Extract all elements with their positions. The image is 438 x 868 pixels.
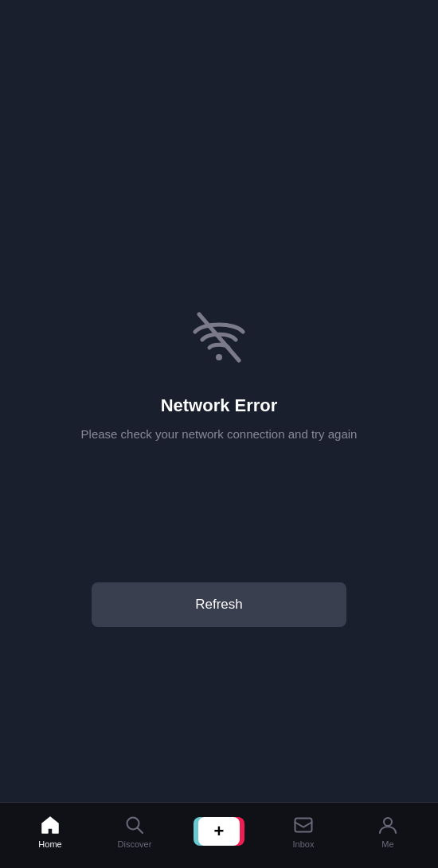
nav-item-home[interactable]: Home	[26, 814, 74, 849]
svg-line-3	[138, 828, 143, 834]
error-title: Network Error	[161, 395, 278, 416]
discover-label: Discover	[118, 839, 152, 849]
create-icon: +	[198, 817, 240, 846]
search-icon	[123, 814, 146, 836]
bottom-nav: Home Discover + Inbox	[0, 802, 438, 868]
main-content: Network Error Please check your network …	[0, 35, 438, 802]
inbox-label: Inbox	[293, 839, 315, 849]
svg-point-5	[384, 818, 392, 826]
error-container: Network Error Please check your network …	[81, 298, 358, 444]
home-icon	[39, 814, 61, 836]
home-label: Home	[38, 839, 61, 849]
nav-item-create[interactable]: +	[195, 817, 243, 846]
me-label: Me	[381, 839, 393, 849]
inbox-icon	[292, 814, 315, 836]
nav-item-inbox[interactable]: Inbox	[280, 814, 327, 849]
nav-item-me[interactable]: Me	[364, 814, 412, 849]
svg-rect-4	[295, 819, 312, 832]
svg-point-0	[216, 354, 222, 360]
nav-item-discover[interactable]: Discover	[111, 814, 158, 849]
wifi-off-icon	[183, 298, 255, 370]
profile-icon	[377, 814, 399, 836]
error-subtitle: Please check your network connection and…	[81, 426, 358, 444]
refresh-button[interactable]: Refresh	[92, 582, 346, 627]
status-bar	[0, 0, 438, 35]
